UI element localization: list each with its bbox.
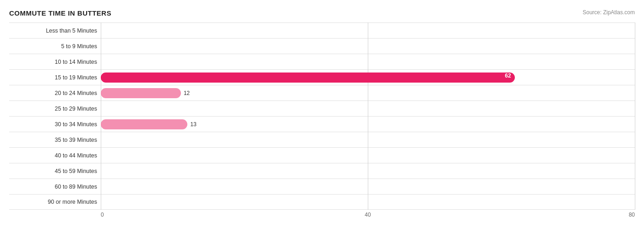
bar-track (101, 151, 635, 161)
bar-row: 20 to 24 Minutes12 (9, 85, 635, 100)
bar-track (101, 166, 635, 176)
bar-track (101, 197, 635, 207)
x-axis-tick: 80 (629, 212, 635, 218)
bar-track: 12 (101, 88, 635, 98)
bar-label: 25 to 29 Minutes (9, 106, 101, 112)
bar-value: 12 (184, 90, 190, 96)
bar-label: Less than 5 Minutes (9, 28, 101, 34)
x-axis-tick: 0 (101, 212, 104, 218)
bar-row: 15 to 19 Minutes62 (9, 69, 635, 85)
bar-value: 62 (505, 73, 511, 79)
x-axis: 04080 (101, 212, 635, 221)
bar-track (101, 182, 635, 192)
bar-label: 30 to 34 Minutes (9, 121, 101, 128)
bar-fill (101, 119, 187, 129)
bar-row: 60 to 89 Minutes (9, 179, 635, 194)
bar-track (101, 41, 635, 51)
bar-track (101, 26, 635, 36)
bar-fill: 62 (101, 73, 515, 83)
bar-row: 40 to 44 Minutes (9, 147, 635, 163)
bar-track: 13 (101, 119, 635, 129)
bar-fill (101, 88, 181, 98)
chart-container: COMMUTE TIME IN BUTTERS Source: ZipAtlas… (0, 5, 644, 234)
bar-row: 45 to 59 Minutes (9, 163, 635, 179)
bar-track: 62 (101, 73, 635, 83)
bar-row: 5 to 9 Minutes (9, 38, 635, 54)
bar-label: 60 to 89 Minutes (9, 184, 101, 190)
bar-row: 90 or more Minutes (9, 194, 635, 210)
bar-track (101, 57, 635, 67)
bar-label: 15 to 19 Minutes (9, 74, 101, 81)
bar-label: 90 or more Minutes (9, 199, 101, 205)
chart-header: COMMUTE TIME IN BUTTERS Source: ZipAtlas… (9, 9, 635, 17)
bar-row: 10 to 14 Minutes (9, 54, 635, 69)
bar-label: 45 to 59 Minutes (9, 168, 101, 174)
bar-row: 35 to 39 Minutes (9, 132, 635, 147)
chart-area: Less than 5 Minutes5 to 9 Minutes10 to 1… (9, 22, 635, 210)
x-axis-tick: 40 (365, 212, 371, 218)
bar-label: 40 to 44 Minutes (9, 152, 101, 159)
bar-label: 5 to 9 Minutes (9, 43, 101, 50)
bar-label: 20 to 24 Minutes (9, 90, 101, 96)
chart-title: COMMUTE TIME IN BUTTERS (9, 9, 111, 17)
grid-line (635, 22, 635, 210)
bar-row: 25 to 29 Minutes (9, 100, 635, 116)
chart-source: Source: ZipAtlas.com (583, 9, 635, 16)
bar-label: 35 to 39 Minutes (9, 137, 101, 143)
bar-track (101, 135, 635, 145)
bar-row: 30 to 34 Minutes13 (9, 116, 635, 132)
bar-track (101, 104, 635, 114)
bar-row: Less than 5 Minutes (9, 22, 635, 38)
bar-value: 13 (190, 121, 196, 128)
bar-label: 10 to 14 Minutes (9, 59, 101, 65)
